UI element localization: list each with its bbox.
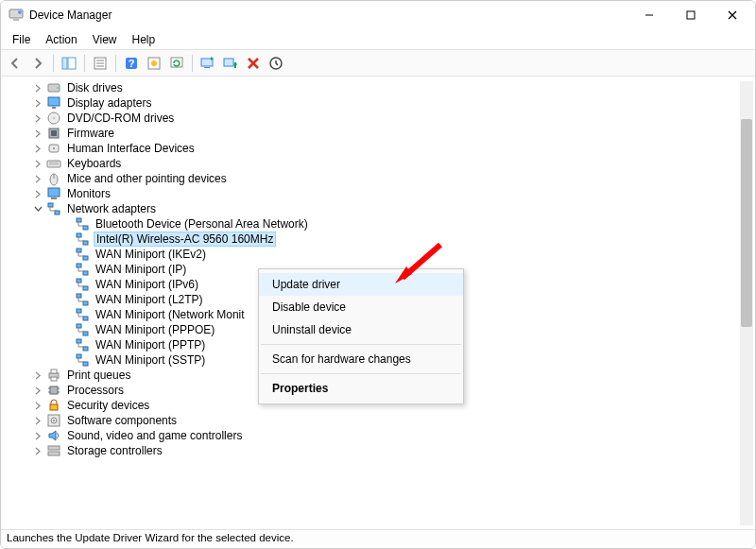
- toolbar-separator: [115, 55, 116, 72]
- net-adapter-icon: [75, 232, 90, 247]
- window-title: Device Manager: [29, 9, 628, 22]
- svg-rect-29: [51, 130, 57, 136]
- help-button[interactable]: ?: [121, 53, 142, 74]
- tree-node[interactable]: Display adapters: [3, 95, 753, 111]
- tree-node[interactable]: Sound, video and game controllers: [3, 428, 753, 443]
- ctx-separator: [261, 373, 461, 374]
- forward-button[interactable]: [27, 53, 48, 74]
- tree-node[interactable]: Network adapters: [3, 201, 753, 216]
- svg-point-27: [53, 117, 56, 120]
- tree-node[interactable]: Storage controllers: [3, 443, 753, 458]
- refresh-button[interactable]: [166, 53, 187, 74]
- svg-rect-49: [77, 279, 81, 283]
- svg-point-2: [18, 10, 22, 14]
- menu-help[interactable]: Help: [125, 31, 163, 48]
- svg-rect-42: [83, 226, 88, 230]
- chevron-right-icon[interactable]: [31, 187, 44, 200]
- tree-node[interactable]: Disk drives: [3, 80, 753, 95]
- scan-hardware-toolbar-button[interactable]: [266, 53, 286, 74]
- ctx-disable-device[interactable]: Disable device: [259, 296, 463, 318]
- monitor-icon: [46, 186, 61, 201]
- svg-rect-57: [77, 339, 81, 343]
- tree-node[interactable]: Monitors: [3, 186, 753, 201]
- update-driver-toolbar-button[interactable]: [198, 53, 218, 74]
- chevron-right-icon[interactable]: [31, 444, 44, 457]
- tree-node[interactable]: Keyboards: [3, 156, 753, 171]
- action-button[interactable]: [144, 53, 164, 74]
- no-expander: [60, 232, 73, 246]
- chevron-right-icon[interactable]: [31, 112, 44, 125]
- show-hide-tree-button[interactable]: [59, 53, 79, 74]
- net-adapter-icon: [75, 292, 90, 307]
- ctx-update-driver[interactable]: Update driver: [259, 273, 463, 296]
- tree-node[interactable]: Mice and other pointing devices: [3, 171, 753, 186]
- tree-node-label: Security devices: [65, 399, 151, 412]
- chevron-right-icon[interactable]: [31, 96, 44, 110]
- svg-rect-43: [77, 233, 81, 237]
- tree-node-label: Storage controllers: [65, 444, 164, 457]
- display-icon: [46, 95, 61, 111]
- tree-node[interactable]: DVD/CD-ROM drives: [3, 111, 753, 126]
- chevron-right-icon[interactable]: [31, 369, 44, 382]
- maximize-button[interactable]: [670, 2, 712, 28]
- close-button[interactable]: [712, 2, 753, 28]
- svg-rect-47: [77, 264, 81, 267]
- net-adapter-icon: [75, 337, 90, 352]
- uninstall-device-toolbar-button[interactable]: [243, 53, 264, 74]
- tree-node-label: Processors: [65, 384, 126, 397]
- tree-node-label: Human Interface Devices: [65, 142, 197, 155]
- chevron-down-icon[interactable]: [31, 202, 44, 215]
- chevron-right-icon[interactable]: [31, 384, 44, 397]
- minimize-button[interactable]: [628, 2, 670, 28]
- tree-node-label: DVD/CD-ROM drives: [65, 112, 176, 125]
- tree-node[interactable]: Intel(R) Wireless-AC 9560 160MHz: [3, 232, 753, 247]
- toolbar: ?: [1, 50, 755, 77]
- svg-rect-37: [48, 188, 60, 197]
- menu-action[interactable]: Action: [38, 31, 84, 48]
- ctx-uninstall-device[interactable]: Uninstall device: [259, 318, 463, 341]
- printer-icon: [46, 368, 61, 383]
- no-expander: [60, 323, 73, 336]
- tree-node-label: Intel(R) Wireless-AC 9560 160MHz: [94, 232, 276, 247]
- tree-node-label: Mice and other pointing devices: [65, 172, 229, 185]
- chevron-right-icon[interactable]: [31, 81, 44, 94]
- disable-device-toolbar-button[interactable]: [220, 53, 241, 74]
- tree-node-label: Sound, video and game controllers: [65, 429, 244, 442]
- chevron-right-icon[interactable]: [31, 172, 44, 185]
- back-button[interactable]: [5, 53, 26, 74]
- tree-node-label: WAN Miniport (PPTP): [94, 338, 207, 352]
- tree-node-label: Software components: [65, 414, 179, 427]
- chevron-right-icon[interactable]: [31, 414, 44, 427]
- ctx-properties[interactable]: Properties: [259, 377, 463, 400]
- menu-view[interactable]: View: [85, 31, 125, 48]
- tree-node-label: WAN Miniport (IKEv2): [94, 248, 208, 261]
- tree-node-label: Keyboards: [65, 157, 123, 170]
- svg-rect-55: [77, 324, 81, 328]
- chevron-right-icon[interactable]: [31, 127, 44, 140]
- menu-file[interactable]: File: [5, 31, 38, 48]
- properties-button[interactable]: [90, 53, 111, 74]
- mouse-icon: [46, 171, 61, 186]
- svg-rect-54: [83, 317, 88, 320]
- tree-node-label: WAN Miniport (IPv6): [94, 278, 200, 291]
- tree-node[interactable]: Firmware: [3, 126, 753, 141]
- chevron-right-icon[interactable]: [31, 142, 44, 155]
- processor-icon: [46, 383, 61, 398]
- no-expander: [60, 278, 73, 291]
- tree-node[interactable]: Human Interface Devices: [3, 141, 753, 156]
- tree-node-label: Monitors: [65, 187, 112, 200]
- svg-rect-52: [83, 301, 88, 305]
- ctx-scan-hardware[interactable]: Scan for hardware changes: [259, 348, 463, 370]
- tree-node[interactable]: Software components: [3, 413, 753, 428]
- net-adapter-icon: [75, 322, 90, 337]
- chevron-right-icon[interactable]: [31, 399, 44, 412]
- tree-node[interactable]: Bluetooth Device (Personal Area Network): [3, 216, 753, 232]
- scrollbar-thumb[interactable]: [741, 119, 752, 327]
- scrollbar[interactable]: [740, 81, 753, 525]
- svg-rect-4: [687, 11, 695, 19]
- chevron-right-icon[interactable]: [31, 429, 44, 442]
- storage-icon: [46, 443, 61, 458]
- tree-node[interactable]: WAN Miniport (IKEv2): [3, 247, 753, 262]
- svg-rect-45: [77, 249, 81, 252]
- chevron-right-icon[interactable]: [31, 157, 44, 170]
